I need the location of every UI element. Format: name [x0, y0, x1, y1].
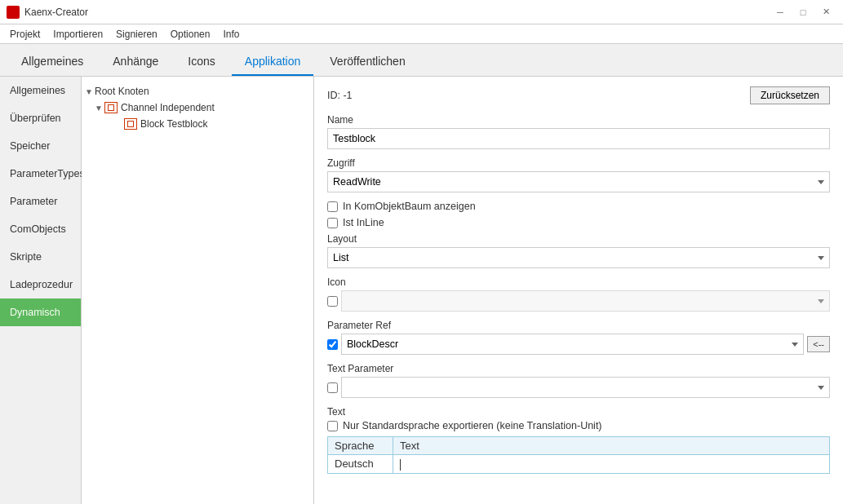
main-layout: Allgemeines Überprüfen Speicher Paramete… — [0, 77, 843, 504]
text-param-controls — [327, 377, 830, 398]
text-param-label: Text Parameter — [327, 363, 830, 374]
text-param-checkbox[interactable] — [327, 382, 338, 393]
icon-controls — [327, 290, 830, 312]
text-param-select[interactable] — [341, 377, 830, 398]
table-row: Deutsch — [328, 455, 830, 474]
tree-toggle-root: ▼ — [85, 87, 95, 96]
name-label: Name — [327, 114, 830, 126]
sidebar-item-skripte[interactable]: Skripte — [0, 243, 81, 271]
text-row: Text Nur Standardsprache exportieren (ke… — [327, 406, 830, 474]
menu-info[interactable]: Info — [216, 27, 246, 42]
zugriff-row: Zugriff ReadWrite ReadOnly WriteOnly Non… — [327, 157, 830, 192]
reset-button[interactable]: Zurücksetzen — [750, 86, 830, 104]
icon-checkbox[interactable] — [327, 296, 338, 307]
tab-anhaenge[interactable]: Anhänge — [100, 48, 171, 76]
sidebar-item-comobjects[interactable]: ComObjects — [0, 215, 81, 243]
sidebar-item-allgemeines[interactable]: Allgemeines — [0, 77, 81, 104]
titlebar-controls: ─ □ ✕ — [770, 4, 836, 20]
tree-panel: ▼ Root Knoten ▼ Channel Independent Bloc… — [82, 77, 314, 504]
text-label: Text — [327, 406, 830, 418]
sidebar-item-speicher[interactable]: Speicher — [0, 132, 81, 160]
tabbar: Allgemeines Anhänge Icons Applikation Ve… — [0, 44, 843, 77]
col-text: Text — [393, 437, 830, 455]
sidebar-item-parameter[interactable]: Parameter — [0, 188, 81, 215]
tree-block-label: Block Testblock — [140, 118, 207, 130]
param-ref-select[interactable]: BlockDescr — [341, 334, 804, 355]
tab-veroeffentlichen[interactable]: Veröffentlichen — [317, 48, 418, 76]
komobj-label: In KomObjektBaum anzeigen — [343, 201, 476, 212]
tree-root[interactable]: ▼ Root Knoten — [82, 83, 313, 99]
maximize-button[interactable]: □ — [792, 4, 814, 20]
tree-root-label: Root Knoten — [95, 86, 149, 97]
komobj-row: In KomObjektBaum anzeigen — [327, 201, 830, 212]
block-icon — [124, 118, 137, 130]
param-ref-controls: BlockDescr <-- — [327, 334, 830, 355]
name-row: Name — [327, 114, 830, 149]
app-icon — [7, 6, 20, 19]
zugriff-label: Zugriff — [327, 157, 830, 169]
inline-row: Ist InLine — [327, 217, 830, 228]
titlebar-title: Kaenx-Creator — [24, 7, 770, 18]
text-export-row: Nur Standardsprache exportieren (keine T… — [327, 420, 830, 431]
tree-channel-label: Channel Independent — [121, 102, 215, 113]
komobj-checkbox[interactable] — [327, 201, 338, 212]
param-ref-arrow-button[interactable]: <-- — [807, 336, 830, 352]
param-ref-row: Parameter Ref BlockDescr <-- — [327, 320, 830, 355]
id-label: ID: -1 — [327, 90, 353, 101]
text-export-label: Nur Standardsprache exportieren (keine T… — [343, 420, 602, 431]
name-input[interactable] — [327, 128, 830, 149]
titlebar: Kaenx-Creator ─ □ ✕ — [0, 0, 843, 24]
text-table: Sprache Text Deutsch — [327, 436, 830, 474]
param-ref-label: Parameter Ref — [327, 320, 830, 331]
inline-checkbox[interactable] — [327, 218, 338, 228]
sidebar-item-ueberpruefen[interactable]: Überprüfen — [0, 104, 81, 132]
menubar: Projekt Importieren Signieren Optionen I… — [0, 24, 843, 44]
menu-importieren[interactable]: Importieren — [47, 27, 109, 42]
menu-optionen[interactable]: Optionen — [164, 27, 217, 42]
icon-label: Icon — [327, 276, 830, 288]
sidebar-item-ladeprozedur[interactable]: Ladeprozedur — [0, 271, 81, 298]
channel-icon — [104, 102, 118, 113]
text-cursor — [400, 459, 401, 471]
close-button[interactable]: ✕ — [815, 4, 836, 20]
tree-toggle-channel: ▼ — [95, 104, 104, 113]
tree-channel[interactable]: ▼ Channel Independent — [82, 99, 313, 116]
text-export-checkbox[interactable] — [327, 421, 338, 431]
col-sprache: Sprache — [328, 437, 393, 455]
icon-row: Icon — [327, 276, 830, 312]
tree-block[interactable]: Block Testblock — [82, 116, 313, 132]
layout-row: Layout List Grid Inline — [327, 233, 830, 268]
zugriff-select[interactable]: ReadWrite ReadOnly WriteOnly None — [327, 171, 830, 192]
cell-text[interactable] — [393, 455, 830, 474]
sidebar: Allgemeines Überprüfen Speicher Paramete… — [0, 77, 82, 504]
text-param-row: Text Parameter — [327, 363, 830, 398]
menu-signieren[interactable]: Signieren — [109, 27, 164, 42]
tab-applikation[interactable]: Applikation — [232, 48, 314, 76]
cell-sprache: Deutsch — [328, 455, 393, 474]
tab-allgemeines[interactable]: Allgemeines — [8, 48, 96, 76]
sidebar-item-parametertypes[interactable]: ParameterTypes — [0, 160, 81, 188]
menu-projekt[interactable]: Projekt — [3, 27, 47, 42]
sidebar-item-dynamisch[interactable]: Dynamisch — [0, 298, 81, 326]
layout-select[interactable]: List Grid Inline — [327, 247, 830, 268]
icon-select[interactable] — [341, 290, 830, 312]
tab-icons[interactable]: Icons — [175, 48, 228, 76]
minimize-button[interactable]: ─ — [770, 4, 791, 20]
id-row: ID: -1 Zurücksetzen — [327, 86, 830, 104]
layout-label: Layout — [327, 233, 830, 245]
param-ref-checkbox[interactable] — [327, 339, 338, 350]
content-panel: ID: -1 Zurücksetzen Name Zugriff ReadWri… — [314, 77, 843, 504]
inline-label: Ist InLine — [343, 217, 384, 228]
